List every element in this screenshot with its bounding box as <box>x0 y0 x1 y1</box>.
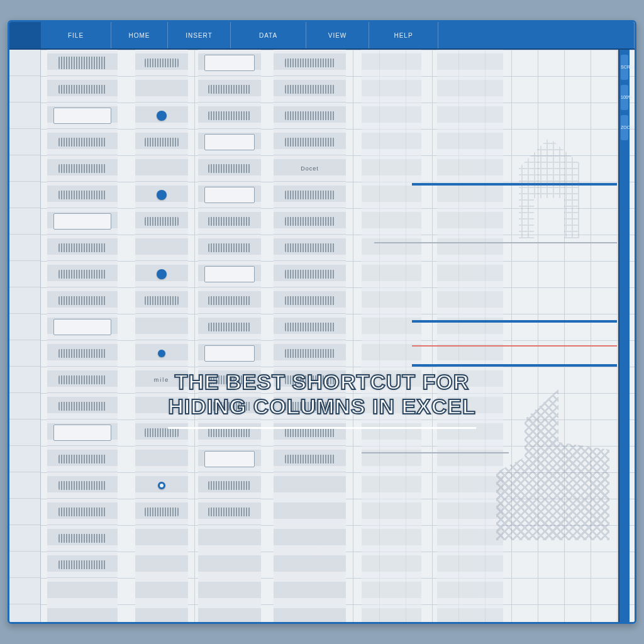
column-header-bar: FILE HOME INSERT DATA VIEW HELP <box>9 22 635 50</box>
data-column[interactable] <box>198 50 261 622</box>
scroll-rail[interactable]: SCROLL 100% ZOOM <box>618 50 630 622</box>
col-header[interactable] <box>438 22 635 48</box>
app-frame: FILE HOME INSERT DATA VIEW HELP <box>8 20 636 624</box>
bullet-marker <box>135 103 188 129</box>
chart-line <box>412 183 617 186</box>
select-all-corner[interactable] <box>9 22 41 48</box>
chart-line <box>362 452 509 453</box>
bullet-marker <box>135 472 188 499</box>
data-column[interactable]: Docet <box>274 50 346 622</box>
col-header[interactable]: HELP <box>369 22 438 48</box>
row-header-gutter[interactable] <box>9 50 41 622</box>
chart-line <box>374 242 617 243</box>
col-header[interactable]: HOME <box>111 22 168 48</box>
rail-pill: SCROLL <box>621 55 628 80</box>
rail-pill: 100% <box>621 85 628 110</box>
bullet-marker <box>135 182 188 208</box>
data-column[interactable] <box>437 50 503 622</box>
col-header[interactable]: FILE <box>41 22 111 48</box>
spreadsheet-grid[interactable]: mile <box>9 50 635 622</box>
col-header[interactable]: INSERT <box>168 22 231 48</box>
rail-pill: ZOOM <box>621 115 628 140</box>
cell-text: mile <box>135 367 188 393</box>
cell-text: Docet <box>274 155 346 182</box>
chart-line <box>412 320 617 323</box>
data-column[interactable] <box>47 50 118 622</box>
bullet-marker <box>135 340 188 367</box>
col-header[interactable]: VIEW <box>306 22 369 48</box>
data-column[interactable] <box>362 50 421 622</box>
bullet-marker <box>135 261 188 287</box>
col-header[interactable]: DATA <box>231 22 306 48</box>
data-column[interactable]: mile <box>135 50 188 622</box>
chart-line <box>412 345 617 347</box>
chart-line <box>412 364 617 367</box>
